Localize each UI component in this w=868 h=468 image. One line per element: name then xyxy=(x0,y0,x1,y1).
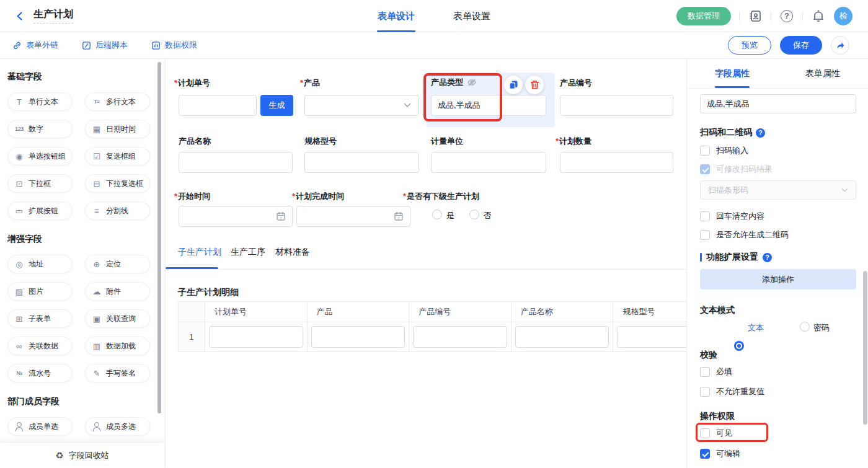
help-icon[interactable]: ? xyxy=(779,9,794,24)
sidebar-item-multi-select[interactable]: ⊟下拉复选框 xyxy=(85,174,150,193)
page-title[interactable]: 生产计划 xyxy=(33,8,73,24)
sidebar-item-single-line-text[interactable]: T单行文本 xyxy=(7,92,73,111)
product-name-input[interactable] xyxy=(179,152,293,173)
sidebar-item-subform[interactable]: ⊞子表单 xyxy=(7,309,73,328)
backend-script-button[interactable]: 后端脚本 xyxy=(82,40,128,51)
notification-bell-icon[interactable] xyxy=(811,9,826,24)
subtable-cell-input[interactable] xyxy=(617,326,686,348)
tab-form-settings[interactable]: 表单设置 xyxy=(453,0,490,32)
qty-input[interactable] xyxy=(560,152,673,173)
finish-time-input[interactable]: 7 xyxy=(296,206,410,227)
svg-text:7: 7 xyxy=(397,216,400,220)
default-value-input[interactable] xyxy=(700,94,856,113)
row-number-column: 1 xyxy=(179,302,205,351)
radio-no[interactable] xyxy=(469,210,479,219)
subtable-title: 子生产计划明细 xyxy=(178,287,239,298)
sidebar-item-address[interactable]: ◎地址 xyxy=(7,255,73,273)
sidebar-item-datetime[interactable]: ▦日期时间 xyxy=(85,120,150,138)
tab-form-properties[interactable]: 表单属性 xyxy=(777,59,868,88)
save-button[interactable]: 保存 xyxy=(780,36,822,55)
radio-yes[interactable] xyxy=(432,210,442,219)
sidebar-item-linked-query[interactable]: ▣关联查询 xyxy=(85,309,150,328)
tab-material-prep[interactable]: 材料准备 xyxy=(275,247,310,258)
user-avatar[interactable]: 检 xyxy=(834,7,852,25)
field-label-start-time: *开始时间 xyxy=(174,191,210,202)
subtable-cell-input[interactable] xyxy=(413,326,507,348)
subtable-cell-input[interactable] xyxy=(209,326,303,348)
sidebar-item-linked-data[interactable]: ∞关联数据 xyxy=(7,337,73,355)
product-select[interactable] xyxy=(304,95,419,116)
checkbox-no-duplicate[interactable]: 不允许重复值 xyxy=(700,386,764,397)
sidebar-item-member-single[interactable]: 成员单选 xyxy=(7,417,73,436)
unit-input[interactable] xyxy=(431,152,546,173)
share-button[interactable] xyxy=(831,36,849,55)
contacts-book-icon[interactable] xyxy=(748,9,763,24)
checkbox-box-checked[interactable] xyxy=(700,449,710,459)
spec-input[interactable] xyxy=(304,152,419,173)
sidebar-item-member-multi[interactable]: 成员多选 xyxy=(85,417,150,436)
checkbox-box[interactable] xyxy=(700,230,710,240)
field-label-product-name: 产品名称 xyxy=(179,136,211,147)
window-scrollbar[interactable] xyxy=(863,271,867,425)
field-product-type[interactable]: 产品类型 xyxy=(431,77,477,88)
sidebar-item-multi-line-text[interactable]: T≡多行文本 xyxy=(85,92,150,111)
data-manage-button[interactable]: 数据管理 xyxy=(676,7,731,25)
subtable-column: 规格型号 xyxy=(613,302,686,351)
sidebar-item-location[interactable]: ⊕定位 xyxy=(85,255,150,273)
sidebar-item-attachment[interactable]: ☁附件 xyxy=(85,282,150,301)
sidebar-item-image[interactable]: ▨图片 xyxy=(7,282,73,301)
tab-production-process[interactable]: 生产工序 xyxy=(231,247,265,258)
sidebar-scrollbar[interactable] xyxy=(157,62,161,413)
tab-sub-production-plan[interactable]: 子生产计划 xyxy=(178,247,221,258)
sidebar-item-checkbox-group[interactable]: ☑复选框组 xyxy=(85,147,150,166)
column-header: 产品编号 xyxy=(409,302,511,322)
field-recycle-bin[interactable]: ♻ 字段回收站 xyxy=(0,443,164,468)
checkbox-editable[interactable]: 可编辑 xyxy=(700,448,740,459)
delete-field-button[interactable] xyxy=(525,76,544,94)
subtable-cell-input[interactable] xyxy=(311,326,405,348)
help-badge-icon[interactable]: ? xyxy=(756,128,765,138)
checkbox-enter-clear[interactable]: 回车清空内容 xyxy=(700,211,764,222)
radio-text-mode-password[interactable] xyxy=(800,322,810,332)
radio-text-mode-text[interactable] xyxy=(734,341,744,351)
sidebar-item-data-load[interactable]: ▥数据加载 xyxy=(85,337,150,355)
sidebar-item-select[interactable]: ⊡下拉框 xyxy=(7,174,73,193)
sidebar-item-signature[interactable]: ✎手写签名 xyxy=(85,364,150,382)
checkbox-box[interactable] xyxy=(700,211,710,221)
external-link-button[interactable]: 表单外链 xyxy=(12,40,58,51)
product-type-input[interactable] xyxy=(431,95,546,116)
checkbox-required[interactable]: 必填 xyxy=(700,366,732,377)
address-pin-icon: ◎ xyxy=(14,260,24,269)
checkbox-visible[interactable]: 可见 xyxy=(700,428,732,439)
checkbox-allow-qr[interactable]: 是否允许生成二维码 xyxy=(700,229,789,241)
checkbox-scan-editable: 可修改扫码结果 xyxy=(700,164,773,175)
tab-field-properties[interactable]: 字段属性 xyxy=(687,59,777,88)
script-icon xyxy=(82,41,91,50)
product-code-input[interactable] xyxy=(560,95,673,116)
multi-select-icon: ⊟ xyxy=(92,179,102,188)
tab-form-design[interactable]: 表单设计 xyxy=(378,0,415,32)
help-badge-icon[interactable]: ? xyxy=(763,253,772,262)
checkbox-box[interactable] xyxy=(700,367,710,377)
checkbox-box[interactable] xyxy=(700,387,710,397)
checkbox-scan-input[interactable]: 扫码输入 xyxy=(700,145,748,156)
sidebar-item-divider[interactable]: ≡分割线 xyxy=(85,201,150,220)
checkbox-box[interactable] xyxy=(700,428,710,438)
checkbox-box[interactable] xyxy=(700,146,710,156)
add-action-button[interactable]: 添加操作 xyxy=(700,269,856,289)
start-time-input[interactable]: 7 xyxy=(179,206,293,227)
copy-field-button[interactable] xyxy=(504,76,523,94)
subtable-cell-input[interactable] xyxy=(515,326,609,348)
sidebar-item-number[interactable]: 123数字 xyxy=(7,120,73,138)
preview-button[interactable]: 预览 xyxy=(728,36,771,55)
back-button[interactable] xyxy=(12,9,27,24)
basic-fields-grid: T单行文本 T≡多行文本 123数字 ▦日期时间 ◉单选按钮组 ☑复选框组 ⊡下… xyxy=(7,92,165,220)
sidebar-item-radio-group[interactable]: ◉单选按钮组 xyxy=(7,147,73,166)
radio-password-label: 密码 xyxy=(813,322,830,333)
data-permission-button[interactable]: 数据权限 xyxy=(151,40,197,51)
sidebar-item-extend-button[interactable]: ▭扩展按钮 xyxy=(7,201,73,220)
sidebar-item-serial-number[interactable]: №流水号 xyxy=(7,364,73,382)
section-enhanced-fields: 增强字段 xyxy=(7,234,165,245)
generate-button[interactable]: 生成 xyxy=(260,95,293,116)
plan-no-input[interactable] xyxy=(179,95,257,116)
